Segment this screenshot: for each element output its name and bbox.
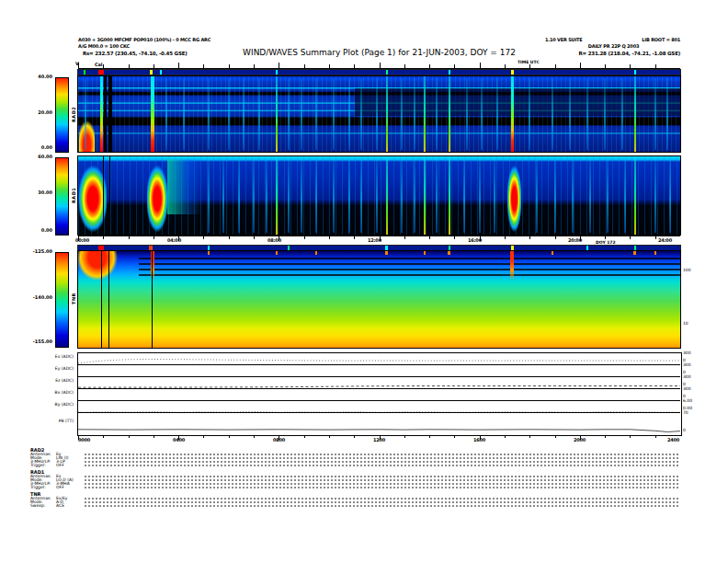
rad2-feature-streak1 — [376, 78, 378, 151]
rad1-feature-streak1 — [376, 158, 378, 234]
dot-leader — [84, 504, 680, 508]
legend-value: OFF — [56, 486, 84, 490]
mid-tick-6: 24:00 — [658, 238, 672, 243]
mid-axis-doy-label: DOY 172 — [596, 241, 616, 246]
rad1-feature-streak2 — [634, 156, 636, 235]
rad2-feature-streak3 — [511, 76, 514, 152]
mini-panel-by — [78, 400, 680, 413]
rad1-axis-label: RAD1 — [69, 157, 77, 234]
rad2-dark-band — [355, 88, 680, 116]
dot-leader — [84, 486, 680, 489]
mini-label-4: By (ADC) — [28, 403, 74, 408]
mid-tick-1: 04:00 — [167, 238, 181, 243]
rad2-feature-streak2 — [634, 76, 636, 152]
stripA-feature-seg — [449, 70, 450, 75]
rad1-feature-streak1 — [222, 158, 224, 234]
stripA-feature-seg — [276, 70, 278, 75]
rad2-feature-streak1 — [604, 78, 606, 151]
rad2-feature-streak1 — [481, 78, 483, 151]
rad1-feature-streak1 — [436, 158, 438, 234]
rad1-feature-vline — [109, 156, 110, 235]
mini-label-1: Ey (ADC) — [28, 367, 74, 372]
rad2-feature-streak1 — [208, 78, 210, 151]
mini-label-0: Ex (ADC) — [28, 355, 74, 360]
rad2-feature-streak1 — [666, 78, 668, 151]
rad2-feature-streak3 — [151, 76, 154, 152]
bottom-tick-2: 0800 — [273, 438, 285, 442]
rad1-feature-streak1 — [554, 158, 556, 234]
stripB-feature-seg — [208, 246, 210, 250]
mid-tick-5: 20:00 — [568, 238, 582, 243]
rad2-feature-streak2 — [424, 76, 426, 152]
rad2-feature-streak1 — [414, 78, 415, 151]
mini-label-5: PB (TT) — [28, 419, 74, 424]
rad2-feature-streak1 — [654, 78, 656, 151]
wind-waves-summary-plot: A030 + 3G000 MFCMF POP010 (100%) - 0 MCC… — [0, 0, 728, 563]
tnr-right-tick-10: 10 — [683, 322, 688, 327]
rad2-feature-streak2 — [386, 76, 388, 152]
rad1-feature-streak1 — [536, 158, 538, 234]
rad2-feature-streak1 — [183, 78, 185, 151]
rad2-feature-streak1 — [243, 78, 245, 151]
mini-panel-ez — [78, 376, 680, 389]
tnr-feature-toptick — [424, 251, 426, 255]
stripB-feature-seg — [449, 246, 450, 250]
tnr-feature-vline — [101, 251, 102, 348]
rad1-feature-vline — [103, 156, 104, 235]
rad2-colorbar-mid: 20.00 — [25, 110, 52, 115]
rad1-feature-streak1 — [479, 158, 481, 234]
rad1-feature-streak1 — [288, 158, 290, 234]
rad1-feature-streak1 — [315, 158, 317, 234]
rad1-colorbar — [55, 157, 69, 236]
tnr-feature-toptick — [633, 251, 636, 255]
rad2-axis-label: RAD2 — [69, 77, 77, 151]
bottom-tick-1: 0400 — [173, 438, 185, 442]
rad1-feature-streak1 — [401, 158, 403, 234]
rad2-spectrogram — [78, 76, 680, 152]
mini-panel-pb — [78, 412, 680, 435]
rad2-feature-streak1 — [552, 78, 553, 151]
rad1-feature-blob — [147, 166, 167, 231]
rad2-feature-streak1 — [85, 78, 86, 151]
tnr-feature-tnrblob — [78, 251, 120, 286]
rad2-feature-streak1 — [621, 78, 623, 151]
legend-row: Sweep:ACE — [30, 504, 680, 508]
legend-value: OFF — [56, 464, 84, 468]
rad2-feature-streak1 — [333, 78, 335, 151]
rad2-feature-gap — [104, 76, 107, 152]
rad2-feature-streak1 — [529, 78, 530, 151]
tnr-feature-toptick — [448, 251, 450, 255]
legend-row: Trigger:OFF — [30, 486, 680, 489]
rad2-feature-streak1 — [258, 78, 260, 151]
rad1-colorbar-max: 60.00 — [25, 155, 52, 159]
rad1-feature-streak1 — [238, 158, 240, 234]
mini-ymax-5: 70 — [683, 411, 705, 416]
rad2-feature-streak1 — [288, 78, 290, 151]
tnr-axis-label: TNR — [69, 252, 77, 346]
rad1-feature-tail — [167, 159, 202, 214]
bottom-tick-3: 1200 — [373, 438, 385, 442]
rad2-feature-streak1 — [301, 78, 302, 151]
rad1-feature-streak1 — [348, 158, 350, 234]
rad1-feature-streak1 — [208, 158, 210, 234]
rad2-feature-streak1 — [315, 78, 317, 151]
tnr-colorbar-mid: -140.00 — [25, 295, 52, 300]
tnr-feature-toptick — [654, 251, 656, 255]
stripB-feature-seg — [511, 246, 514, 250]
rad2-feature-streak1 — [569, 78, 571, 151]
bottom-tick-6: 2400 — [667, 438, 679, 442]
rad1-feature-streak1 — [360, 158, 362, 234]
bottom-tick-5: 2000 — [574, 438, 586, 442]
rad1-feature-streak2 — [386, 156, 388, 235]
dot-leader — [84, 464, 680, 467]
end-position: R= 231.28 (218.04, -74.21, -1.08 GSE) — [552, 52, 680, 56]
rad1-colorbar-min: 0.00 — [25, 228, 52, 233]
rad1-feature-streak1 — [624, 158, 626, 234]
tnr-feature-tnrcol — [510, 251, 514, 281]
rad1-feature-streak1 — [572, 158, 574, 234]
rad1-feature-blob — [507, 166, 521, 231]
tnr-feature-toptick — [208, 251, 210, 255]
stripA-feature-seg — [160, 70, 162, 75]
rad1-feature-streak1 — [301, 158, 302, 234]
rad2-feature-streak1 — [401, 78, 403, 151]
